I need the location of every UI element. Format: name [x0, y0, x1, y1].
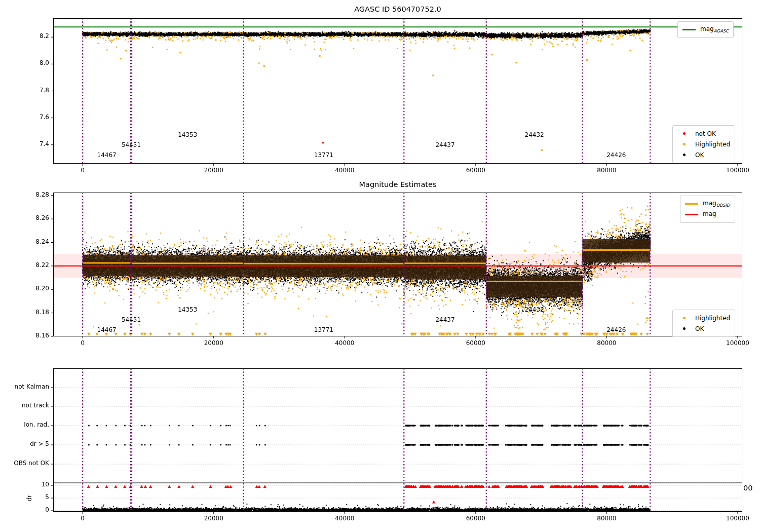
legend-item-highlighted: Highlighted — [677, 139, 730, 149]
clipped-tick-label: 00 — [743, 484, 752, 492]
legend-label-highlighted-2: Highlighted — [695, 315, 730, 322]
legend-middle-markers: Highlighted OK — [672, 310, 735, 337]
y-tick-label-middle: 8.24 — [35, 239, 49, 245]
y-tick-label-middle: 8.18 — [35, 309, 49, 316]
mag-obsid-line-swatch — [685, 203, 698, 205]
x-tick-label-top: 0 — [81, 167, 85, 174]
legend-label-ok: OK — [695, 151, 704, 159]
ok-dot-icon — [677, 154, 691, 156]
y-tick-label-middle: 8.28 — [35, 192, 49, 198]
mag-agasc-line-swatch — [682, 29, 696, 30]
obsid-label-middle: 13771 — [314, 327, 333, 333]
highlighted-dot-icon — [677, 317, 691, 319]
flag-row-label: OBS not OK — [14, 460, 49, 467]
dr-tick-label: 10 — [42, 481, 49, 488]
obsid-label-top: 24437 — [435, 142, 454, 148]
highlighted-dot-icon — [677, 143, 691, 145]
flag-row-label: not Kalman — [15, 384, 49, 390]
y-tick-label-top: 7.6 — [40, 114, 49, 121]
x-tick-label-top: 40000 — [335, 167, 354, 174]
y-tick-label-middle: 8.26 — [35, 215, 49, 221]
legend-label-mag-agasc: magAGASC — [700, 25, 729, 33]
legend-mag-agasc: magAGASC — [677, 21, 734, 38]
legend-item-highlighted-2: Highlighted — [677, 313, 730, 323]
x-tick-label-middle: 100000 — [726, 340, 749, 347]
x-tick-label-middle: 80000 — [597, 340, 616, 347]
legend-label-mag: mag — [703, 210, 716, 218]
mag-line-swatch — [685, 214, 698, 215]
top-chart-title: AGASC ID 560470752.0 — [354, 6, 441, 14]
x-tick-label-middle: 0 — [81, 340, 85, 347]
legend-item-mag: mag — [685, 209, 730, 220]
dr-tick-label: 0 — [45, 507, 49, 513]
legend-item-ok: OK — [677, 149, 730, 160]
y-tick-label-top: 7.4 — [40, 141, 49, 147]
y-tick-label-middle: 8.22 — [35, 262, 49, 269]
middle-chart-title: Magnitude Estimates — [359, 181, 436, 189]
legend-top-markers: not OK Highlighted OK — [672, 125, 735, 163]
flag-row-label: not track — [22, 402, 49, 409]
obsid-label-middle: 14353 — [178, 307, 197, 313]
obsid-label-middle: 54451 — [122, 317, 141, 323]
legend-mag-lines: magOBSID mag — [680, 196, 735, 223]
legend-label-ok-2: OK — [695, 325, 704, 332]
obsid-label-top: 54451 — [122, 142, 141, 148]
legend-label-not-ok: not OK — [695, 130, 716, 137]
legend-item-mag-obsid: magOBSID — [685, 199, 730, 209]
legend-label-highlighted: Highlighted — [695, 141, 730, 148]
obsid-label-middle: 24437 — [435, 317, 454, 323]
obsid-label-middle: 24432 — [525, 307, 544, 313]
x-tick-label-middle: 40000 — [335, 340, 354, 347]
obsid-label-middle: 24426 — [606, 327, 626, 333]
obsid-label-top: 24432 — [525, 132, 544, 138]
y-tick-label-top: 8.2 — [40, 33, 49, 40]
y-tick-label-top: 7.8 — [40, 87, 49, 94]
x-tick-label-bottom: 80000 — [597, 515, 616, 522]
obsid-label-top: 14353 — [178, 132, 197, 138]
x-tick-label-bottom: 60000 — [466, 515, 485, 522]
obsid-label-middle: 14467 — [97, 327, 117, 333]
y-tick-label-middle: 8.16 — [35, 332, 49, 339]
legend-label-mag-obsid: magOBSID — [703, 200, 730, 208]
x-tick-label-top: 100000 — [726, 167, 749, 174]
dr-tick-label: 5 — [45, 494, 49, 501]
legend-item-ok-2: OK — [677, 323, 730, 334]
ok-dot-icon — [677, 327, 691, 330]
flag-row-label: dr > 5 — [30, 441, 49, 447]
plots-canvas — [0, 0, 760, 532]
dr-axis-label: dr — [26, 495, 33, 502]
obsid-label-top: 24426 — [606, 152, 626, 159]
not-ok-dot-icon — [677, 132, 691, 135]
x-tick-label-middle: 20000 — [204, 340, 223, 347]
x-tick-label-middle: 60000 — [466, 340, 485, 347]
x-tick-label-top: 20000 — [204, 167, 223, 174]
x-tick-label-bottom: 40000 — [335, 515, 354, 522]
flag-row-label: Ion. rad. — [24, 422, 49, 428]
x-tick-label-top: 80000 — [597, 167, 616, 174]
x-tick-label-bottom: 0 — [81, 515, 85, 522]
x-tick-label-top: 60000 — [466, 167, 485, 174]
x-tick-label-bottom: 100000 — [726, 515, 749, 522]
x-tick-label-bottom: 20000 — [204, 515, 223, 522]
y-tick-label-middle: 8.20 — [35, 285, 49, 292]
obsid-label-top: 14467 — [97, 152, 117, 159]
obsid-label-top: 13771 — [314, 152, 333, 159]
legend-item-mag-agasc: magAGASC — [682, 24, 729, 35]
y-tick-label-top: 8.0 — [40, 60, 49, 66]
figure: AGASC ID 560470752.0 Magnitude Estimates… — [0, 0, 760, 532]
legend-item-not-ok: not OK — [677, 128, 730, 139]
